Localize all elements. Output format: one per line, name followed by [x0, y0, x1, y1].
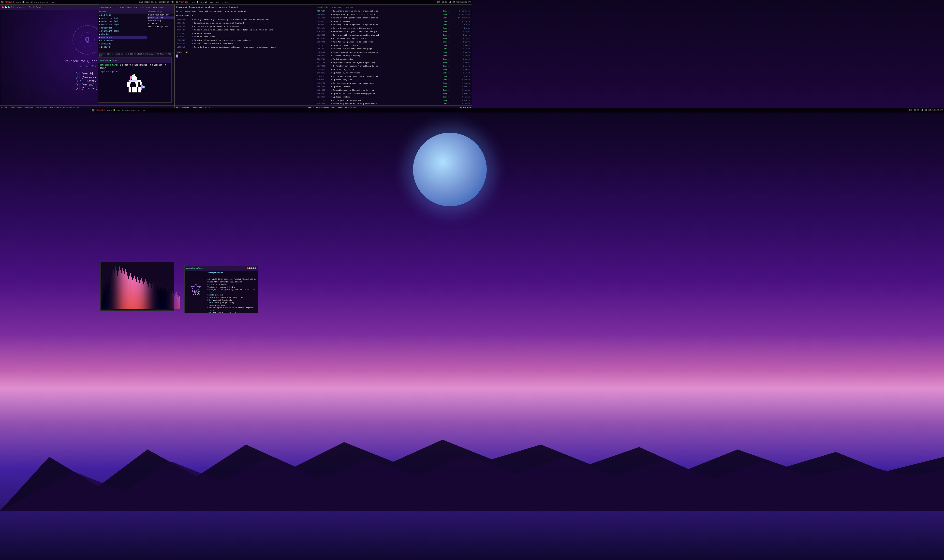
file-windows-95[interactable]: ▸windows-95 [98, 39, 147, 42]
git-log-17: e1c7253 ● I finally got agenda + syncthi… [316, 65, 470, 68]
file-ald-hope[interactable]: ▸ald-hope [98, 14, 147, 17]
neofetch-kernel: Kernel: 6.5.9-zen2 [207, 283, 257, 286]
qute-stars: · · · · · · · · · · · · · · · · · · · · … [3, 12, 32, 19]
git-cursor [176, 54, 313, 58]
git-log-2: 496b918 ● Ranger dnd optimization + qb f… [316, 13, 470, 16]
file-ubuntu[interactable]: ▸ubuntu [98, 33, 147, 36]
sysbar-left-time: Sat 2023-11-04 02:13:20 PM [139, 1, 174, 3]
files-titlebar-text: emmet@snowfire: /home/emmet/.dotfiles/th… [100, 6, 172, 8]
git-right-panel: Commits in --branches --remotes 4f9fb04 … [315, 5, 472, 110]
audio-bar [152, 285, 153, 309]
git-log-22: a560f59 ● Trying some new power optimiza… [316, 82, 470, 85]
neofetch-window: emmet@snowfire:~ λ x emmet@snowfire [184, 265, 258, 313]
neofetch-shell: Shell: zsh 5.9 [207, 294, 257, 297]
audio-bar [161, 287, 161, 309]
files-statusbar-text: drawer-dir: 1 emmet users 5 528 B 14:05 … [99, 53, 173, 57]
svg-rect-23 [132, 92, 135, 93]
file-uwunicorn-yaml[interactable]: uwunicorn-yt.yaml [147, 25, 174, 28]
svg-rect-8 [136, 83, 139, 87]
min-dot[interactable] [5, 6, 7, 8]
audio-bar [108, 285, 108, 309]
audio-bar [113, 271, 113, 309]
files-left-list: ▸ald-hope ▸selenized-dark ▸selenized-dar… [98, 14, 147, 49]
sysbar-right-time: Sat 2023-11-04 02:13:20 PM [437, 1, 471, 3]
svg-rect-22 [128, 92, 131, 93]
pokemon-name: rapidash-galar [100, 70, 170, 74]
audio-bar [119, 271, 119, 309]
audio-bar [138, 280, 139, 309]
audio-bar [147, 285, 148, 309]
sysbar-bottom-time: Sat 2023-11-04 02:13:20 PM [909, 109, 943, 111]
files-right-header: uwunicorn-yt/ [147, 10, 174, 14]
git-commit-4: 8706c8d ● Fixes flake not building when … [176, 28, 313, 32]
audio-bar [156, 289, 156, 309]
git-commit-6: a956d60 ● Removed some bloat [176, 35, 313, 38]
svg-rect-15 [131, 76, 132, 78]
audio-bar [158, 288, 158, 309]
file-license[interactable]: LICENSE [147, 22, 174, 25]
file-spaceduck[interactable]: ▸spaceduck [98, 26, 147, 29]
neofetch-os: OS: NixOS 23.11.20231102.fa086ad (Tapir)… [207, 278, 257, 281]
file-background256[interactable]: background256.txt [147, 14, 174, 17]
git-log-11: bc319cc ● Updated install notes Emmet 1 … [316, 44, 470, 47]
audio-bar [162, 289, 162, 309]
git-commit-2: ef0c50d ● Switching back to gh as screen… [176, 22, 313, 25]
git-log-content: Commits in --branches --remotes 4f9fb04 … [315, 5, 472, 105]
audio-bar [106, 282, 106, 309]
file-woodland[interactable]: ▸woodland [98, 42, 147, 45]
sysbar-right-title: Youtube [179, 1, 188, 3]
audio-window [100, 262, 174, 311]
git-recent-header: Recent commits [176, 14, 313, 17]
audio-bar [112, 275, 112, 309]
audio-bar [176, 294, 176, 309]
files-titlebar: emmet@snowfire: /home/emmet/.dotfiles/th… [98, 5, 174, 10]
svg-rect-10 [131, 78, 132, 80]
qute-menu-quickmarks[interactable]: [b] [Quickmarks] [76, 75, 99, 79]
file-selenized-light[interactable]: ▸selenized-light [98, 23, 147, 26]
svg-rect-18 [128, 87, 131, 92]
file-selenized-dark1[interactable]: ▸selenized-dark [98, 17, 147, 20]
file-polarity[interactable]: polarity.txt [147, 17, 174, 19]
files-right-list: background256.txt polarity.txt README.or… [147, 14, 174, 28]
git-log-28: d3f59e1 ● Fixes org agenda following roa… [316, 102, 470, 105]
audio-bar [179, 297, 179, 309]
svg-rect-21 [139, 87, 141, 92]
git-status-content: Head: main Fixed all screenshots to be o… [175, 5, 315, 105]
pokemon-titlebar-text: emmet@snowfire:~ [100, 59, 170, 61]
audio-bar [174, 296, 175, 309]
pokemon-titlebar: emmet@snowfire:~ [98, 57, 171, 63]
file-readme[interactable]: README.org [147, 19, 174, 22]
file-selenized-dark2[interactable]: ▸selenized-dark [98, 20, 147, 23]
pokemon-content: emmet@snowfire:~$ pokemon-colorscripts -… [98, 63, 171, 102]
git-log-4: c95b656 ● Updated system Emmet 18 hours [316, 20, 470, 23]
qute-menu-search[interactable]: [o] [Search] [76, 72, 99, 75]
audio-bar [119, 266, 120, 309]
audio-bar [163, 292, 163, 309]
qute-menu-newtab[interactable]: [t] [New tab] [76, 83, 99, 87]
audio-bar [167, 293, 167, 309]
audio-bar [171, 293, 172, 309]
pokemon-art [100, 74, 170, 98]
qute-menu-history[interactable]: [S-h] [History] [76, 79, 99, 83]
svg-rect-7 [127, 83, 130, 87]
file-zenburn[interactable]: ▸zenburn [98, 45, 147, 49]
close-dot[interactable] [2, 6, 4, 8]
git-log-27: d372f08 ● Fixes youtube hypprofile Emmet… [316, 99, 470, 102]
svg-rect-9 [128, 81, 130, 82]
neofetch-resolution: Resolution: 1920x1080, 1920x1200 [207, 296, 257, 299]
mountains-svg [0, 437, 944, 511]
file-starnight-dark[interactable]: ▸starnight-dark [98, 29, 147, 33]
neofetch-cpu: CPU: AMD Ryzen 9 5900HX with Radeon Grap… [207, 306, 257, 312]
git-log-23: 5a946a4 ● Updated system Emmet 2 weeks [316, 85, 470, 88]
audio-bar [110, 280, 110, 309]
audio-bar [169, 289, 169, 309]
neofetch-dots [247, 268, 256, 269]
git-log-16: e011f28 ● Improved comment on agenda syn… [316, 61, 470, 65]
git-log-13: 3ab0b19 ● Pinned embark and reorganized … [316, 51, 470, 54]
audio-bar [125, 269, 126, 309]
max-dot[interactable] [8, 6, 9, 8]
file-uwunicorn[interactable]: ▸uwunicorn [98, 36, 147, 39]
qute-menu-closetab[interactable]: [x] [Close tab] [76, 87, 99, 91]
files-left-header: themes/ [98, 10, 147, 14]
git-commit-1: dee0888 ● main gitea/main gitlab/main gi… [176, 18, 313, 22]
